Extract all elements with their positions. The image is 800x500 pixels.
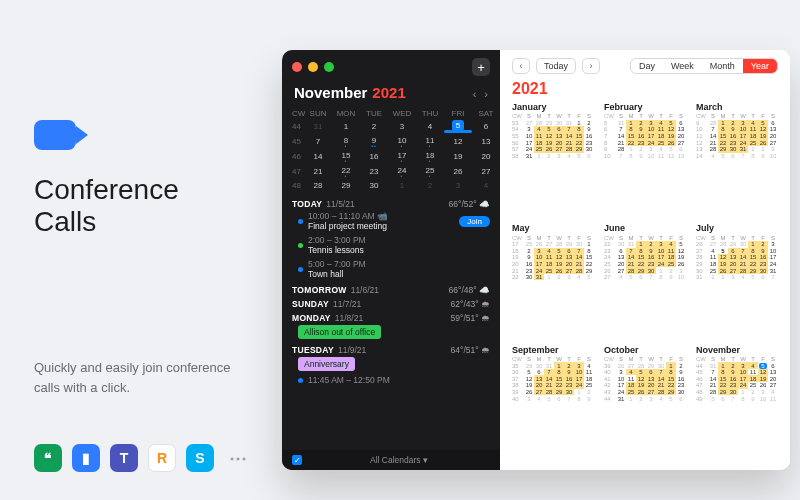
mini-day[interactable]: 15• [332,149,360,164]
mini-day[interactable]: 30 [360,179,388,191]
year-month[interactable]: JanuaryCWSMTWTFS532728293031125434567895… [512,102,594,217]
hangouts-icon: ❝ [34,444,62,472]
year-month[interactable]: MarchCWSMTWTFS92812345610789101112131114… [696,102,778,217]
agenda-day-date: 11/8/21 [335,313,363,323]
mini-day[interactable]: 27 [472,164,500,179]
mini-day[interactable]: 5••• [444,119,472,134]
promo-title-l2: Calls [34,206,96,237]
agenda-event[interactable]: 11:45 AM – 12:50 PM [292,373,490,387]
mini-calendar[interactable]: CWSUNMONTUEWEDTHUFRISAT 443112345•••6457… [282,107,500,191]
mini-day[interactable]: 12 [444,134,472,149]
mini-day[interactable]: 25• [416,164,444,179]
mini-dow: SUN [304,107,332,119]
maximize-icon[interactable] [324,62,334,72]
agenda-event[interactable]: 5:00 – 7:00 PMTown hall [292,257,490,281]
camera-icon [34,120,76,150]
mini-day[interactable]: 2 [416,179,444,191]
mini-day[interactable]: 24• [388,164,416,179]
mini-day[interactable]: 22• [332,164,360,179]
year-month[interactable]: NovemberCWSMTWTFS44311234564578910111213… [696,345,778,460]
mini-day[interactable]: 1 [388,179,416,191]
mini-day[interactable]: 16 [360,149,388,164]
mini-day[interactable]: 3 [444,179,472,191]
mini-day[interactable]: 31 [304,119,332,134]
mini-day[interactable]: 20 [472,149,500,164]
view-week-tab[interactable]: Week [663,59,702,73]
calendars-checkbox[interactable]: ✓ [292,455,302,465]
mini-day[interactable]: 23 [360,164,388,179]
mini-day[interactable]: 11• [416,134,444,149]
app-window: + November 2021 ‹ › CWSUNMONTUEWEDTHUFRI… [282,50,790,470]
mini-day[interactable]: 1 [332,119,360,134]
year-month[interactable]: SeptemberCWSMTWTFS3529303112343656789101… [512,345,594,460]
year-month-name: January [512,102,594,112]
mini-day[interactable]: 14 [304,149,332,164]
close-icon[interactable] [292,62,302,72]
year-month[interactable]: JuneCWSMTWTFS223031123452367891011122413… [604,223,686,338]
mini-day[interactable]: 7 [304,134,332,149]
mini-day[interactable]: 4 [416,119,444,134]
next-month-button[interactable]: › [484,88,488,100]
month-label: November [294,84,367,101]
mini-day[interactable]: 6 [472,119,500,134]
agenda-event[interactable]: 2:00 – 3:00 PMTennis lessons [292,233,490,257]
agenda-weather: 66°/48° ☁️ [449,285,490,295]
mini-dow: WED [388,107,416,119]
mini-cw: 47 [282,164,304,179]
view-year-tab[interactable]: Year [743,59,777,73]
join-button[interactable]: Join [459,216,490,227]
prev-button[interactable]: ‹ [512,58,530,74]
mini-day[interactable]: 3 [388,119,416,134]
agenda-allday-pill[interactable]: Anniversary [298,357,355,371]
next-button[interactable]: › [582,58,600,74]
skype-icon: S [186,444,214,472]
agenda-day-date: 11/6/21 [351,285,379,295]
mini-day[interactable]: 4 [472,179,500,191]
calendars-dropdown[interactable]: All Calendars ▾ [370,455,428,465]
mini-day[interactable]: 26 [444,164,472,179]
mini-day[interactable]: 2 [360,119,388,134]
agenda-day: SUNDAY11/7/2162°/43° 🌧 [292,299,490,309]
agenda-weather: 62°/43° 🌧 [451,299,490,309]
minimize-icon[interactable] [308,62,318,72]
mini-day[interactable]: 9•• [360,134,388,149]
mini-day[interactable]: 21 [304,164,332,179]
mini-day[interactable]: 19 [444,149,472,164]
zoom-icon: ▮ [72,444,100,472]
mini-day[interactable]: 13 [472,134,500,149]
mini-day[interactable]: 18• [416,149,444,164]
prev-month-button[interactable]: ‹ [473,88,477,100]
event-dot-icon [298,267,303,272]
event-title: Tennis lessons [308,245,366,255]
agenda-day-date: 11/7/21 [333,299,361,309]
mini-day[interactable]: 17• [388,149,416,164]
agenda-day: TOMORROW11/6/2166°/48° ☁️ [292,285,490,295]
view-segmented-control[interactable]: DayWeekMonthYear [630,58,778,74]
mini-dow: TUE [360,107,388,119]
promo-title-l1: Conference [34,174,179,205]
mini-day[interactable]: 28 [304,179,332,191]
mini-day[interactable]: 10• [388,134,416,149]
titlebar: + [282,50,500,80]
year-month[interactable]: FebruaryCWSMTWTFS53112345667891011121371… [604,102,686,217]
agenda-day: MONDAY11/8/2159°/51° 🌧Allison out of off… [292,313,490,341]
mini-day[interactable]: 29 [332,179,360,191]
agenda-day-date: 11/9/21 [338,345,366,355]
agenda-event[interactable]: 10:00 – 11:10 AM 📹Final project meetingJ… [292,209,490,233]
agenda-allday-pill[interactable]: Allison out of office [298,325,381,339]
agenda-day-label: TUESDAY [292,345,334,355]
year-month[interactable]: JulyCWSMTWTFS262728293012327456789102811… [696,223,778,338]
year-month[interactable]: MayCWSMTWTFS1725262728293011823456781991… [512,223,594,338]
agenda-day-label: TOMORROW [292,285,347,295]
today-button[interactable]: Today [536,58,576,74]
view-month-tab[interactable]: Month [702,59,743,73]
year-label: 2021 [372,84,405,101]
year-month[interactable]: OctoberCWSMTWTFS392627282930124034567894… [604,345,686,460]
mini-day[interactable]: 8• [332,134,360,149]
agenda-day-label: TODAY [292,199,322,209]
traffic-lights [292,62,334,72]
agenda-day: TODAY11/5/2166°/52° ☁️10:00 – 11:10 AM 📹… [292,199,490,281]
add-event-button[interactable]: + [472,58,490,76]
view-day-tab[interactable]: Day [631,59,663,73]
sidebar-footer: ✓ All Calendars ▾ [282,450,500,470]
